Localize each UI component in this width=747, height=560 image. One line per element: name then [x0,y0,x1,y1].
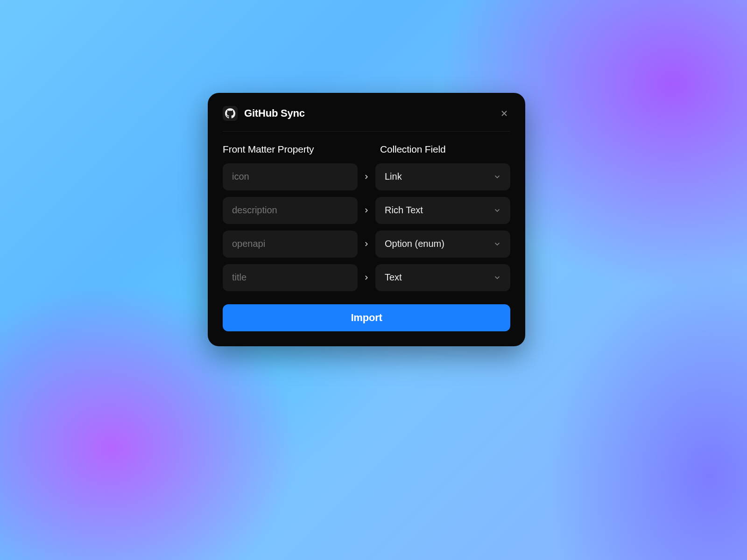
chevron-right-icon [363,207,370,214]
mapping-rows: icon Link description Rich Text openapi … [223,163,510,291]
modal-title: GitHub Sync [244,107,305,119]
property-input-openapi[interactable]: openapi [223,231,358,258]
field-select-text[interactable]: Text [375,264,510,291]
mapping-row: title Text [223,264,510,291]
field-select-link[interactable]: Link [375,163,510,190]
mapping-row: description Rich Text [223,197,510,224]
property-input-label: icon [232,171,249,182]
column-header-property: Front Matter Property [223,144,353,155]
chevron-down-icon [493,207,501,214]
modal-header: GitHub Sync [223,106,510,132]
chevron-down-icon [493,274,501,281]
chevron-right-icon [363,241,370,247]
chevron-down-icon [493,240,501,248]
mapping-row: icon Link [223,163,510,190]
property-input-title[interactable]: title [223,264,358,291]
column-headers: Front Matter Property Collection Field [223,144,510,155]
column-header-field: Collection Field [380,144,510,155]
mapping-row: openapi Option (enum) [223,231,510,258]
field-select-label: Link [385,171,402,182]
modal-title-group: GitHub Sync [223,106,305,121]
github-icon [223,106,238,121]
github-sync-modal: GitHub Sync Front Matter Property Collec… [208,93,525,346]
field-select-option-enum[interactable]: Option (enum) [375,231,510,258]
property-input-description[interactable]: description [223,197,358,224]
close-button[interactable] [498,107,510,119]
field-select-label: Text [385,272,402,283]
chevron-right-icon [363,174,370,180]
property-input-icon[interactable]: icon [223,163,358,190]
field-select-label: Option (enum) [385,238,444,249]
property-input-label: description [232,205,277,216]
chevron-down-icon [493,173,501,181]
close-icon [500,109,508,118]
import-button[interactable]: Import [223,304,510,331]
property-input-label: title [232,272,247,283]
property-input-label: openapi [232,238,265,249]
field-select-rich-text[interactable]: Rich Text [375,197,510,224]
chevron-right-icon [363,274,370,281]
field-select-label: Rich Text [385,205,423,216]
